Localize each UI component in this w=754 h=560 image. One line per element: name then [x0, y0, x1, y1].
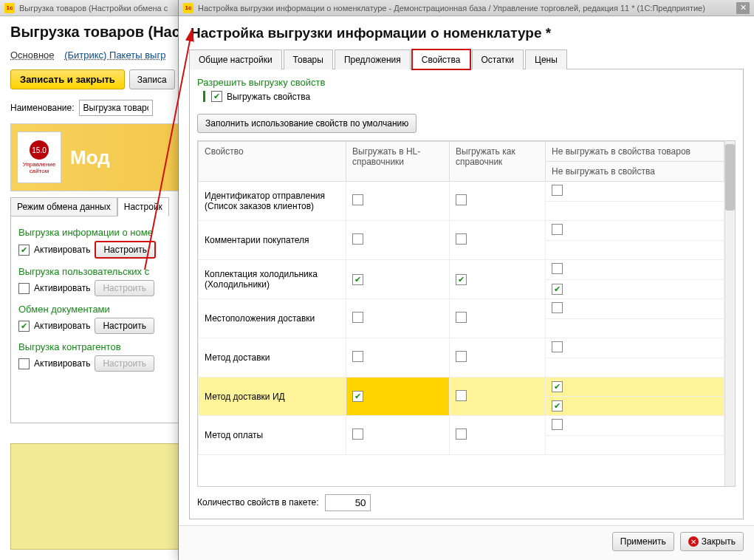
table-scrollbar[interactable] [724, 141, 735, 486]
table-row[interactable]: Метод оплаты [199, 416, 724, 436]
activate-nomenclature-label: Активировать [34, 245, 90, 255]
cell-name: Метод доставки [199, 338, 346, 378]
link-main[interactable]: Основное [10, 49, 55, 61]
checkbox[interactable] [552, 185, 563, 196]
configure-contragents-button: Настроить [95, 355, 154, 372]
checkbox[interactable] [552, 400, 563, 412]
cell-name: Комментарии покупателя [199, 221, 346, 260]
cell-name: Идентификатор отправления (Список заказо… [199, 182, 346, 221]
tab-settings[interactable]: Настройк [117, 197, 169, 216]
checkbox[interactable] [352, 351, 363, 362]
checkbox[interactable] [352, 233, 363, 245]
save-close-button[interactable]: Записать и закрыть [10, 69, 125, 89]
checkbox[interactable] [352, 194, 363, 205]
checkbox[interactable] [456, 428, 467, 440]
checkbox[interactable] [552, 341, 563, 352]
properties-table: Свойство Выгружать в HL-справочники Выгр… [197, 140, 736, 487]
export-properties-checkbox[interactable] [211, 91, 222, 102]
col-dir: Выгружать как справочник [450, 142, 546, 182]
checkbox[interactable] [352, 391, 363, 402]
checkbox[interactable] [552, 224, 563, 235]
fill-defaults-button[interactable]: Заполнить использование свойств по умолч… [197, 114, 417, 133]
table-row[interactable]: Комментарии покупателя [199, 221, 724, 241]
tab-exchange-mode[interactable]: Режим обмена данных [10, 197, 117, 216]
activate-docs-checkbox[interactable] [18, 321, 30, 332]
col-hl: Выгружать в HL-справочники [346, 142, 450, 182]
checkbox[interactable] [552, 263, 563, 274]
name-label: Наименование: [10, 103, 75, 113]
checkbox[interactable] [352, 312, 363, 323]
packet-label: Количество свойств в пакете: [197, 497, 319, 508]
allow-export-title: Разрешить выгрузку свойств [197, 77, 736, 88]
activate-nomenclature-checkbox[interactable] [18, 245, 30, 256]
activate-docs-label: Активировать [34, 321, 90, 331]
close-button[interactable]: ✕Закрыть [680, 532, 744, 552]
checkbox[interactable] [552, 284, 563, 295]
cell-name: Местоположения доставки [199, 299, 346, 338]
checkbox[interactable] [352, 428, 363, 440]
banner-text: Мод [70, 146, 110, 169]
activate-contragents-label: Активировать [34, 358, 90, 369]
export-properties-label: Выгружать свойства [227, 92, 310, 102]
checkbox[interactable] [456, 233, 467, 245]
checkbox[interactable] [456, 390, 467, 401]
tab-Общие настройки[interactable]: Общие настройки [189, 49, 282, 69]
col-no-tovar: Не выгружать в свойства товаров [546, 142, 724, 162]
checkbox[interactable] [352, 274, 363, 285]
activate-user-label: Активировать [34, 283, 90, 293]
properties-dialog: 1c Настройка выгрузки информации о номен… [178, 0, 754, 560]
table-row[interactable]: Метод доставки ИД [199, 378, 724, 397]
banner-box-icon: 15.0 Управление сайтом [17, 132, 61, 183]
table-row[interactable]: Идентификатор отправления (Список заказо… [199, 182, 724, 202]
checkbox[interactable] [456, 194, 467, 205]
tab-Остатки[interactable]: Остатки [472, 49, 524, 69]
bg-title-text: Выгрузка товаров (Настройки обмена с [19, 4, 168, 13]
cell-name: Метод оплаты [199, 416, 346, 455]
dialog-titlebar-text: Настройка выгрузки информации о номенкла… [198, 4, 736, 13]
checkbox[interactable] [552, 419, 563, 430]
close-red-icon: ✕ [688, 536, 699, 547]
link-packets[interactable]: (Битрикс) Пакеты выгр [64, 49, 165, 61]
tab-Свойства[interactable]: Свойства [412, 49, 470, 69]
app-logo-icon: 1c [4, 3, 15, 13]
tab-Товары[interactable]: Товары [284, 49, 333, 69]
cell-name: Коплектация холодильника (Холодильники) [199, 260, 346, 299]
tab-Цены[interactable]: Цены [525, 49, 567, 69]
packet-count-field[interactable] [325, 494, 371, 511]
apply-button[interactable]: Применить [612, 532, 674, 552]
save-button[interactable]: Записа [129, 69, 175, 89]
dialog-titlebar: 1c Настройка выгрузки информации о номен… [179, 0, 754, 16]
dialog-logo-icon: 1c [183, 3, 193, 13]
checkbox[interactable] [456, 351, 467, 362]
activate-user-checkbox[interactable] [18, 283, 30, 294]
checkbox[interactable] [456, 312, 467, 323]
tab-Предложения[interactable]: Предложения [335, 49, 411, 69]
activate-contragents-checkbox[interactable] [18, 358, 30, 369]
table-row[interactable]: Коплектация холодильника (Холодильники) [199, 260, 724, 280]
table-row[interactable]: Местоположения доставки [199, 299, 724, 319]
col-no-prop: Не выгружать в свойства [546, 162, 724, 182]
dialog-heading: Настройка выгрузки информации о номенкла… [179, 16, 754, 49]
configure-nomenclature-button[interactable]: Настроить [95, 241, 156, 259]
checkbox[interactable] [456, 274, 467, 285]
col-property: Свойство [199, 142, 346, 182]
dialog-close-icon[interactable]: ✕ [736, 2, 750, 14]
name-field[interactable] [79, 100, 153, 116]
checkbox[interactable] [552, 381, 563, 392]
configure-docs-button[interactable]: Настроить [95, 318, 154, 334]
cell-name: Метод доставки ИД [199, 378, 346, 416]
table-row[interactable]: Метод доставки [199, 338, 724, 358]
configure-user-button: Настроить [95, 280, 154, 296]
checkbox[interactable] [552, 302, 563, 313]
